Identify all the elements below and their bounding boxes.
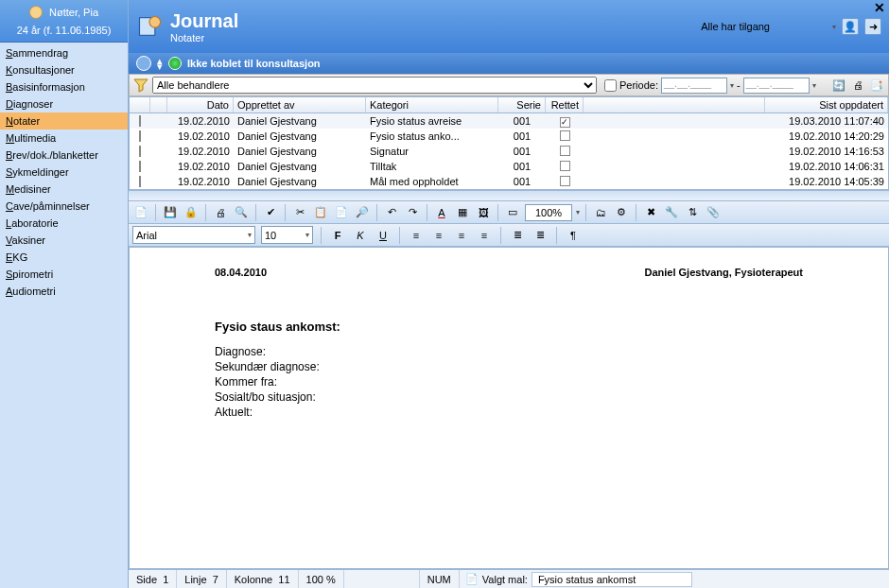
date-to[interactable]: __.__.____ <box>743 78 810 94</box>
italic-icon[interactable]: K <box>352 227 369 244</box>
nav-item-sykmeldinger[interactable]: Sykmeldinger <box>0 164 128 181</box>
journal-icon <box>136 13 163 40</box>
numlist-icon[interactable]: ≣ <box>509 227 526 244</box>
notes-grid: Dato Opprettet av Kategori Serie Rettet … <box>129 96 889 190</box>
table-row[interactable]: 19.02.2010Daniel GjestvangFysio status a… <box>130 113 888 129</box>
filter-bar: Alle behandlere Periode: __.__.____▾ - _… <box>129 74 889 96</box>
col-serie[interactable]: Serie <box>498 97 546 112</box>
lock-icon <box>139 176 141 187</box>
align-right-icon[interactable]: ≡ <box>453 227 470 244</box>
lock-icon[interactable]: 🔒 <box>183 204 200 221</box>
print-icon[interactable]: 🖨 <box>212 204 229 221</box>
nav-item-audiometri[interactable]: Audiometri <box>0 283 128 300</box>
underline-icon[interactable]: U <box>375 227 392 244</box>
zoom-box[interactable]: 100% <box>525 204 572 221</box>
nav-item-medisiner[interactable]: Medisiner <box>0 181 128 198</box>
rettet-checkbox[interactable] <box>560 117 570 128</box>
date-from[interactable]: __.__.____ <box>661 78 727 94</box>
nav-item-diagnoser[interactable]: Diagnoser <box>0 95 128 112</box>
cut-icon[interactable]: ✂ <box>291 204 308 221</box>
redo-icon[interactable]: ↷ <box>404 204 421 221</box>
col-kategori[interactable]: Kategori <box>366 97 498 112</box>
nav-item-cave-p-minnelser[interactable]: Cave/påminnelser <box>0 198 128 215</box>
linje-val: 7 <box>213 574 218 585</box>
col-opprettet[interactable]: Opprettet av <box>234 97 366 112</box>
new-icon[interactable]: 📄 <box>132 204 149 221</box>
nav-item-ekg[interactable]: EKG <box>0 249 128 266</box>
fontcolor-icon[interactable]: A <box>433 204 450 221</box>
print-icon[interactable]: 🖨 <box>850 78 865 93</box>
behandler-select[interactable]: Alle behandlere <box>152 77 597 94</box>
printall-icon[interactable]: 📑 <box>869 78 884 93</box>
date-to-dropdown[interactable]: ▾ <box>812 81 816 90</box>
table-icon[interactable]: ▦ <box>454 204 471 221</box>
tools2-icon[interactable]: ⚙ <box>613 204 630 221</box>
tools1-icon[interactable]: 🗂 <box>592 204 609 221</box>
funnel-icon[interactable] <box>133 78 148 93</box>
nav-item-brev-dok-blanketter[interactable]: Brev/dok./blanketter <box>0 147 128 164</box>
status-dot-icon <box>168 57 182 70</box>
preview-icon[interactable]: 🔍 <box>233 204 250 221</box>
bold-icon[interactable]: F <box>329 227 346 244</box>
pilcrow-icon[interactable]: ¶ <box>565 227 582 244</box>
mal-value[interactable]: Fysio status ankomst <box>532 572 692 587</box>
image-icon[interactable]: 🖼 <box>475 204 492 221</box>
user-icon[interactable]: 👤 <box>842 18 859 35</box>
align-left-icon[interactable]: ≡ <box>408 227 425 244</box>
bullist-icon[interactable]: ≣ <box>532 227 549 244</box>
col-sist[interactable]: Sist oppdatert <box>765 97 888 112</box>
editor-toolbar-1: 📄 💾 🔒 🖨 🔍 ✔ ✂ 📋 📄 🔎 ↶ ↷ A ▦ 🖼 ▭ 100%▾ <box>129 201 889 224</box>
side-label: Side <box>136 574 157 585</box>
table-row[interactable]: 19.02.2010Daniel GjestvangSignatur00119.… <box>130 144 888 159</box>
nav-item-basisinformasjon[interactable]: Basisinformasjon <box>0 78 128 95</box>
save-icon[interactable]: 💾 <box>162 204 179 221</box>
date-from-dropdown[interactable]: ▾ <box>730 81 734 90</box>
find-icon[interactable]: 🔎 <box>354 204 371 221</box>
frame-icon[interactable]: ▭ <box>504 204 521 221</box>
patient-age: 24 år (f. 11.06.1985) <box>4 25 124 36</box>
rettet-checkbox[interactable] <box>560 130 570 141</box>
table-row[interactable]: 19.02.2010Daniel GjestvangTilltak00119.0… <box>130 159 888 174</box>
align-justify-icon[interactable]: ≡ <box>476 227 493 244</box>
link-icon[interactable] <box>136 56 151 71</box>
patient-box: Nøtter, Pia 24 år (f. 11.06.1985) <box>0 0 128 43</box>
nav-item-spirometri[interactable]: Spirometri <box>0 266 128 283</box>
note-author: Daniel Gjestvang, Fysioterapeut <box>645 267 804 278</box>
zoom-dropdown[interactable]: ▾ <box>576 208 580 216</box>
export-icon[interactable]: ➜ <box>864 18 881 35</box>
link-arrows[interactable]: ▴▾ <box>157 58 163 69</box>
undo-icon[interactable]: ↶ <box>383 204 400 221</box>
font-select[interactable]: Arial▾ <box>132 226 255 244</box>
access-dropdown[interactable]: ▾ <box>832 23 836 31</box>
nav-item-sammendrag[interactable]: Sammendrag <box>0 44 128 61</box>
nav-item-konsultasjoner[interactable]: Konsultasjoner <box>0 61 128 78</box>
rettet-checkbox[interactable] <box>560 161 570 171</box>
link-status: Ikke koblet til konsultasjon <box>187 58 321 69</box>
paste-icon[interactable]: 📄 <box>333 204 350 221</box>
tools3-icon[interactable]: ✖ <box>642 204 659 221</box>
tools4-icon[interactable]: 🔧 <box>663 204 680 221</box>
nav-item-vaksiner[interactable]: Vaksiner <box>0 232 128 249</box>
spellcheck-icon[interactable]: ✔ <box>262 204 279 221</box>
editor-area[interactable]: 08.04.2010 Daniel Gjestvang, Fysioterape… <box>129 247 889 569</box>
lock-icon <box>139 161 141 172</box>
align-center-icon[interactable]: ≡ <box>430 227 447 244</box>
copy-icon[interactable]: 📋 <box>312 204 329 221</box>
nav-item-multimedia[interactable]: Multimedia <box>0 130 128 147</box>
rettet-checkbox[interactable] <box>560 176 570 186</box>
kol-label: Kolonne <box>235 574 272 585</box>
periode-checkbox[interactable] <box>604 79 617 92</box>
table-row[interactable]: 19.02.2010Daniel GjestvangMål med opphol… <box>130 174 888 189</box>
nav-item-laboratorie[interactable]: Laboratorie <box>0 215 128 232</box>
note-field: Aktuelt: <box>215 406 803 419</box>
rettet-checkbox[interactable] <box>560 146 570 156</box>
nav-item-notater[interactable]: Notater <box>0 112 128 130</box>
refresh-icon[interactable]: 🔄 <box>831 78 846 93</box>
tools5-icon[interactable]: ⇅ <box>684 204 701 221</box>
col-rettet[interactable]: Rettet <box>546 97 584 112</box>
tools6-icon[interactable]: 📎 <box>705 204 722 221</box>
size-select[interactable]: 10▾ <box>261 226 313 244</box>
close-icon[interactable]: ✕ <box>874 0 885 15</box>
col-dato[interactable]: Dato <box>167 97 234 112</box>
table-row[interactable]: 19.02.2010Daniel GjestvangFysio status a… <box>130 129 888 144</box>
